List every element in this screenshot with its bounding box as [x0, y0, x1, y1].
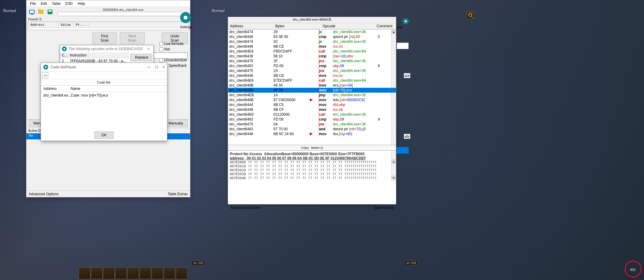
asm-row[interactable]: dro_client64E802120000calldro_client64.e… [228, 112, 396, 117]
skill-slot[interactable] [79, 268, 90, 279]
asm-row[interactable]: dro_client64743Cjedro_client64.exe+36 [228, 39, 396, 44]
asm-row[interactable]: dro_client64488B CEmovrcx,rsi [228, 73, 396, 78]
save-icon [48, 9, 52, 14]
game-search-button[interactable] [466, 11, 474, 19]
cheat-engine-logo [180, 12, 192, 24]
toolbar: 000006B4-dro_client64.exe [26, 7, 190, 17]
speedhack-label: Speedhack [169, 63, 187, 68]
scroll-up-icon[interactable]: ▲ [391, 159, 396, 164]
col-previous[interactable]: Pr... [73, 22, 89, 28]
col-comment[interactable]: Comment [375, 23, 396, 29]
memory-viewer-window: dro_client64.exe+3664CB Address Bytes Op… [228, 17, 396, 203]
asm-row[interactable]: dro_client64894F 70mov[rdi+70],ecx [228, 88, 396, 93]
asm-row[interactable]: dro_client64488B 5C 24 60▶movrbx,[rsp+60… [228, 131, 396, 136]
asm-row[interactable]: dro_client64752Ajnedro_client64.exe+36 [228, 68, 396, 73]
game-difficulty-label-2: Normal [212, 9, 225, 13]
asm-row[interactable]: dro_client647428jedro_client64.exe+36 [228, 29, 396, 34]
process-name-label: 000006B4-dro_client64.exe [57, 8, 189, 12]
manually-cut-label: ally [404, 134, 410, 139]
replace-button[interactable]: Replace [130, 54, 152, 61]
open-process-button[interactable] [28, 8, 36, 16]
code-name: Code :mov [rdi+70],ecx [68, 93, 111, 98]
col-address[interactable]: Address [28, 22, 58, 28]
unrandomizer-label: Unrandomizer [164, 58, 187, 62]
unrandomizer-checkbox[interactable] [159, 58, 163, 62]
input-fragment[interactable] [397, 43, 409, 49]
asm-row[interactable]: dro_client643958 10cmp[rax+10],ebx [228, 54, 396, 59]
maximize-button[interactable]: ☐ [155, 65, 158, 69]
not-checkbox[interactable] [159, 47, 163, 51]
skill-slot[interactable] [91, 268, 102, 279]
advanced-options-link[interactable]: Advanced Options [29, 192, 59, 196]
toolbar-button[interactable]: ▭ [42, 72, 48, 78]
asm-row[interactable]: dro_client64EB1Ajmpdro_client64.exe+36 [228, 93, 396, 97]
speedhack-cut-label: ack [404, 73, 410, 78]
advanced-options-link[interactable]: Advanced Options [230, 206, 260, 210]
scan-results-list[interactable]: Address Value Pr... [28, 22, 189, 30]
skill-slot[interactable] [127, 268, 139, 279]
first-scan-button[interactable]: First Scan [92, 32, 117, 44]
lua-formula-checkbox[interactable] [159, 42, 163, 46]
hex-dump-view[interactable]: Protect:No Access AllocationBase=0000000… [228, 151, 396, 180]
save-button[interactable] [46, 8, 54, 16]
game-difficulty-label: Normal [3, 9, 16, 13]
asm-row[interactable]: dro_client64448B C5movr8d,ebp [228, 102, 396, 107]
col-opcode[interactable]: Opcode [319, 23, 337, 29]
counter-value: 455 [630, 268, 636, 271]
skill-slot[interactable] [139, 268, 151, 279]
skill-slot[interactable] [176, 268, 187, 279]
asm-row[interactable]: dro_client64E8E7DCD4FFcalldro_client64.e… [228, 78, 396, 83]
asm-row[interactable]: dro_client648B97 C8020000▶movedx,[rdi+00… [228, 97, 396, 102]
col-value[interactable]: Value [58, 22, 73, 28]
asm-row[interactable]: dro_client6483FD 09cmpebp,099 [228, 117, 396, 122]
skill-slot[interactable] [164, 268, 175, 279]
code-list-row[interactable]: dro_client64.ex... Code :mov [rdi+70],ec… [41, 92, 167, 99]
gear-icon [62, 46, 67, 51]
skill-slot[interactable] [103, 268, 115, 279]
col-address[interactable]: Address [41, 86, 68, 92]
no-description-label: No [26, 133, 35, 138]
table-extras-link[interactable]: Table Extras [168, 192, 188, 196]
menubar: File Edit Table D3D Help [26, 0, 190, 7]
asm-row[interactable]: dro_client648367 70 00anddword ptr [rdi+… [228, 127, 396, 131]
col-name[interactable]: Name [68, 86, 83, 92]
skill-slot[interactable] [115, 268, 127, 279]
menu-table[interactable]: Table [49, 1, 63, 6]
scroll-down-icon[interactable]: ▼ [391, 176, 396, 180]
opcodes-write-dialog: The following opcodes write to 183EB4CA0… [60, 45, 154, 63]
col-instruction[interactable]: Instruction [68, 53, 89, 58]
menu-help[interactable]: Help [75, 1, 88, 6]
settings-link[interactable]: Settings [180, 25, 192, 29]
next-scan-button[interactable]: Next Scan [120, 32, 144, 44]
asm-row[interactable]: dro_client64752Fjnedro_client64.exe+36 [228, 59, 396, 63]
table-extras-link[interactable]: Table Extras [374, 206, 394, 210]
asm-row[interactable]: dro_client64488B CFmovrcx,rdi [228, 107, 396, 112]
asm-row[interactable]: dro_client64E8F9DCD4FFcalldro_client64.e… [228, 49, 396, 54]
minimize-button[interactable]: — [147, 65, 151, 69]
gear-icon [403, 18, 409, 24]
asm-row[interactable]: dro_client644883 3E 00cmpqword ptr [rsi]… [228, 34, 396, 39]
col-count[interactable]: C... [60, 53, 68, 58]
skill-slot[interactable] [152, 268, 163, 279]
game-action-bar [79, 267, 187, 280]
col-address[interactable]: Address [228, 23, 273, 29]
settings-link-cut: ings [397, 25, 403, 29]
close-button[interactable]: × [146, 46, 152, 51]
menu-file[interactable]: File [28, 1, 38, 6]
open-file-button[interactable] [37, 8, 45, 16]
copy-memory-label[interactable]: copy memory [228, 145, 396, 151]
asm-row[interactable]: dro_client648B48 34movecx,[rax+34] [228, 83, 396, 88]
scrollbar[interactable]: ▲ ▼ [391, 151, 396, 180]
folder-icon [38, 10, 44, 14]
asm-row[interactable]: dro_client6483FD 09cmpebp,099 [228, 63, 396, 68]
menu-d3d[interactable]: D3D [63, 1, 75, 6]
asm-row[interactable]: dro_client64488B CEmovrcx,rsi [228, 44, 396, 49]
search-icon [468, 13, 472, 17]
row-fragment [397, 147, 409, 154]
ok-button[interactable]: OK [94, 131, 113, 139]
asm-row[interactable]: dro_client647504jnedro_client64.exe+36 [228, 122, 396, 127]
disassembly-list[interactable]: ▲ dro_client647428jedro_client64.exe+36d… [228, 29, 396, 145]
col-bytes[interactable]: Bytes [273, 23, 319, 29]
close-button[interactable]: × [163, 65, 165, 69]
menu-edit[interactable]: Edit [38, 1, 49, 6]
